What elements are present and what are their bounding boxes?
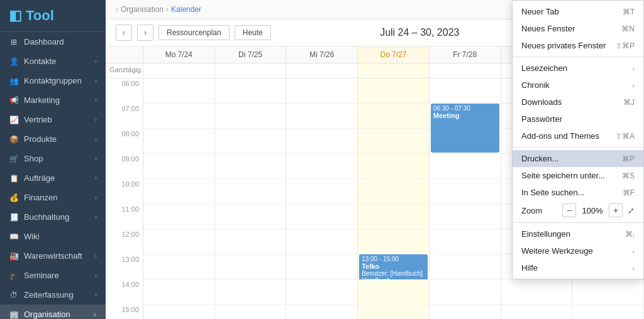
time-cell-2-2[interactable]: [286, 129, 358, 154]
time-cell-0-2[interactable]: [286, 78, 358, 104]
zoom-plus-button[interactable]: +: [609, 203, 623, 217]
menu-item-passwoerter[interactable]: Passwörter: [513, 111, 643, 127]
time-cell-1-1[interactable]: [215, 104, 287, 129]
time-cell-3-4[interactable]: [430, 154, 501, 179]
breadcrumb-organisation[interactable]: Organisation: [121, 5, 164, 14]
time-cell-5-3[interactable]: [358, 204, 430, 229]
heute-button[interactable]: Heute: [235, 25, 271, 40]
time-cell-8-1[interactable]: [215, 279, 287, 305]
time-cell-7-0[interactable]: [143, 254, 215, 279]
time-cell-6-2[interactable]: [286, 229, 358, 254]
menu-item-chronik[interactable]: Chronik ›: [513, 77, 643, 94]
time-cell-1-0[interactable]: [143, 104, 215, 129]
menu-item-neues-fenster[interactable]: Neues Fenster ⌘N: [513, 20, 643, 37]
time-cell-5-4[interactable]: [430, 204, 501, 229]
nav-next-button[interactable]: ›: [137, 24, 153, 41]
menu-label-in-seite-suchen: In Seite suchen...: [521, 188, 584, 197]
time-cell-2-4[interactable]: [430, 129, 501, 154]
chevron-right-icon: ›: [95, 116, 97, 123]
sidebar-item-buchhaltung[interactable]: 🧾 Buchhaltung ›: [0, 207, 106, 227]
time-cell-9-1[interactable]: [215, 305, 287, 319]
sidebar-item-organisation[interactable]: 🏢 Organisation ∨: [0, 305, 106, 319]
time-cell-6-1[interactable]: [215, 229, 287, 254]
time-cell-4-2[interactable]: [286, 179, 358, 204]
time-cell-8-4[interactable]: [430, 279, 501, 305]
time-cell-7-3[interactable]: 13:00 - 15:00TelkoBenutzer: [Handbuch]Ha…: [358, 254, 430, 279]
sidebar-item-wiki[interactable]: 📖 Wiki: [0, 227, 106, 246]
time-cell-3-2[interactable]: [286, 154, 358, 179]
time-cell-7-4[interactable]: [430, 254, 501, 279]
time-cell-1-4[interactable]: 06:30 - 07:30Meeting: [430, 104, 501, 129]
time-cell-9-2[interactable]: [286, 305, 358, 319]
sidebar-item-kontakte[interactable]: 👤 Kontakte ›: [0, 51, 106, 71]
time-cell-0-1[interactable]: [215, 78, 287, 104]
menu-item-drucken[interactable]: Drucken... ⌘P: [513, 150, 643, 167]
chevron-right-icon: ›: [95, 175, 97, 181]
sidebar-item-finanzen[interactable]: 💰 Finanzen ›: [0, 188, 106, 207]
time-cell-5-0[interactable]: [143, 204, 215, 229]
zoom-minus-button[interactable]: −: [562, 203, 576, 217]
sidebar-item-marketing[interactable]: 📢 Marketing ›: [0, 90, 106, 110]
time-cell-8-3[interactable]: [358, 279, 430, 305]
time-cell-6-0[interactable]: [143, 229, 215, 254]
time-cell-0-3[interactable]: [358, 78, 430, 104]
sidebar-item-shop[interactable]: 🛒 Shop ›: [0, 149, 106, 168]
time-cell-9-0[interactable]: [143, 305, 215, 319]
menu-item-in-seite-suchen[interactable]: In Seite suchen... ⌘F: [513, 184, 643, 201]
time-cell-5-2[interactable]: [286, 204, 358, 229]
time-cell-0-4[interactable]: [430, 78, 501, 104]
time-cell-4-1[interactable]: [215, 179, 287, 204]
sidebar-item-produkte[interactable]: 📦 Produkte ›: [0, 129, 106, 149]
time-cell-1-3[interactable]: [358, 104, 430, 129]
menu-label-einstellungen: Einstellungen: [521, 229, 570, 239]
time-cell-4-0[interactable]: [143, 179, 215, 204]
menu-item-lesezeichen[interactable]: Lesezeichen ›: [513, 60, 643, 77]
time-cell-8-0[interactable]: [143, 279, 215, 305]
time-cell-1-2[interactable]: [286, 104, 358, 129]
menu-item-weitere-werkzeuge[interactable]: Weitere Werkzeuge ›: [513, 242, 643, 259]
time-cell-9-3[interactable]: [358, 305, 430, 319]
sidebar-item-kontaktgruppen[interactable]: 👥 Kontaktgruppen ›: [0, 71, 106, 90]
menu-item-downloads[interactable]: Downloads ⌘J: [513, 94, 643, 111]
sidebar-label-finanzen: Finanzen: [24, 193, 57, 202]
sidebar-item-warenwirtschaft[interactable]: 🏭 Warenwirtschaft ›: [0, 246, 106, 266]
breadcrumb-kalender[interactable]: Kalender: [171, 5, 201, 14]
time-cell-3-0[interactable]: [143, 154, 215, 179]
zeiterfassung-icon: ⏱: [9, 291, 19, 300]
time-cell-8-5[interactable]: [501, 279, 573, 305]
time-cell-5-1[interactable]: [215, 204, 287, 229]
menu-item-neues-privates-fenster[interactable]: Neues privates Fenster ⇧⌘P: [513, 37, 643, 54]
time-cell-4-3[interactable]: [358, 179, 430, 204]
nav-prev-button[interactable]: ‹: [116, 24, 132, 41]
menu-item-einstellungen[interactable]: Einstellungen ⌘,: [513, 225, 643, 242]
menu-item-neuer-tab[interactable]: Neuer Tab ⌘T: [513, 3, 643, 20]
sidebar-item-seminare[interactable]: 🎓 Seminare ›: [0, 266, 106, 285]
ressourcenplan-button[interactable]: Ressourcenplan: [158, 25, 230, 40]
time-cell-2-1[interactable]: [215, 129, 287, 154]
menu-item-addons[interactable]: Add-ons und Themes ⇧⌘A: [513, 127, 643, 144]
menu-item-hilfe[interactable]: Hilfe ›: [513, 259, 643, 276]
time-cell-6-4[interactable]: [430, 229, 501, 254]
sidebar-item-dashboard[interactable]: ⊞ Dashboard: [0, 32, 106, 51]
time-cell-8-2[interactable]: [286, 279, 358, 305]
time-cell-2-3[interactable]: [358, 129, 430, 154]
time-cell-9-4[interactable]: [430, 305, 501, 319]
zoom-expand-button[interactable]: ⤢: [628, 206, 635, 215]
time-cell-7-1[interactable]: [215, 254, 287, 279]
app-logo: ◧ Tool: [0, 0, 106, 32]
time-cell-6-3[interactable]: [358, 229, 430, 254]
sidebar-item-auftraege[interactable]: 📋 Aufträge ›: [0, 168, 106, 188]
sidebar-item-vertrieb[interactable]: 📈 Vertrieb ›: [0, 110, 106, 129]
time-cell-9-6[interactable]: [572, 305, 644, 319]
time-cell-9-5[interactable]: [501, 305, 573, 319]
time-cell-0-0[interactable]: [143, 78, 215, 104]
sidebar-item-zeiterfassung[interactable]: ⏱ Zeiterfassung ›: [0, 285, 106, 305]
chevron-down-icon: ∨: [92, 311, 97, 318]
time-cell-7-2[interactable]: [286, 254, 358, 279]
time-cell-4-4[interactable]: [430, 179, 501, 204]
time-cell-3-1[interactable]: [215, 154, 287, 179]
time-cell-3-3[interactable]: [358, 154, 430, 179]
menu-item-seite-speichern[interactable]: Seite speichern unter... ⌘S: [513, 167, 643, 184]
time-cell-8-6[interactable]: [572, 279, 644, 305]
time-cell-2-0[interactable]: [143, 129, 215, 154]
